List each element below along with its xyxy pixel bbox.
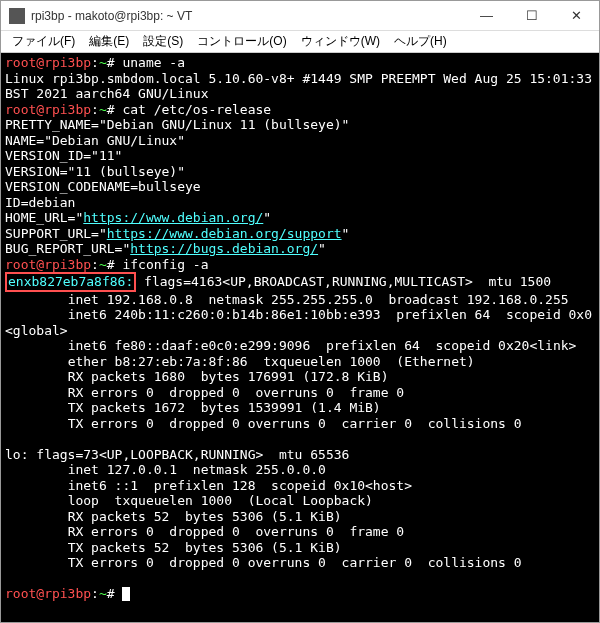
if2-rxp: RX packets 52 bytes 5306 (5.1 KiB) xyxy=(5,509,342,524)
menu-file[interactable]: ファイル(F) xyxy=(5,31,82,52)
bug-url-link[interactable]: https://bugs.debian.org/ xyxy=(130,241,318,256)
titlebar[interactable]: rpi3bp - makoto@rpi3bp: ~ VT — ☐ ✕ xyxy=(1,1,599,31)
if2-rxe: RX errors 0 dropped 0 overruns 0 frame 0 xyxy=(5,524,404,539)
if1-inet6b: inet6 fe80::daaf:e0c0:e299:9096 prefixle… xyxy=(5,338,576,353)
prompt-path: ~ xyxy=(99,55,107,70)
highlighted-interface-name: enxb827eb7a8f86: xyxy=(5,272,136,292)
if1-txe: TX errors 0 dropped 0 overruns 0 carrier… xyxy=(5,416,522,431)
prompt-user: root@rpi3bp xyxy=(5,102,91,117)
os-version: VERSION="11 (bullseye)" xyxy=(5,164,185,179)
if2-header: lo: flags=73<UP,LOOPBACK,RUNNING> mtu 65… xyxy=(5,447,349,462)
if2-inet6: inet6 ::1 prefixlen 128 scopeid 0x10<hos… xyxy=(5,478,412,493)
os-id: ID=debian xyxy=(5,195,75,210)
os-codename: VERSION_CODENAME=bullseye xyxy=(5,179,201,194)
app-window: rpi3bp - makoto@rpi3bp: ~ VT — ☐ ✕ ファイル(… xyxy=(0,0,600,623)
app-icon xyxy=(9,8,25,24)
home-url-link[interactable]: https://www.debian.org/ xyxy=(83,210,263,225)
support-url-link[interactable]: https://www.debian.org/support xyxy=(107,226,342,241)
if1-inet6a: inet6 240b:11:c260:0:b14b:86e1:10bb:e393… xyxy=(5,307,592,338)
if1-flags: flags=4163<UP,BROADCAST,RUNNING,MULTICAS… xyxy=(136,274,551,289)
close-button[interactable]: ✕ xyxy=(554,1,599,30)
cmd-ifconfig: ifconfig -a xyxy=(122,257,208,272)
menu-edit[interactable]: 編集(E) xyxy=(82,31,136,52)
window-title: rpi3bp - makoto@rpi3bp: ~ VT xyxy=(31,9,464,23)
prompt-sep: : xyxy=(91,55,99,70)
if1-ether: ether b8:27:eb:7a:8f:86 txqueuelen 1000 … xyxy=(5,354,475,369)
if1-txp: TX packets 1672 bytes 1539991 (1.4 MiB) xyxy=(5,400,381,415)
if2-txe: TX errors 0 dropped 0 overruns 0 carrier… xyxy=(5,555,522,570)
if1-inet: inet 192.168.0.8 netmask 255.255.255.0 b… xyxy=(5,292,569,307)
bug-url-pre: BUG_REPORT_URL=" xyxy=(5,241,130,256)
os-pretty: PRETTY_NAME="Debian GNU/Linux 11 (bullse… xyxy=(5,117,349,132)
menu-control[interactable]: コントロール(O) xyxy=(190,31,293,52)
prompt-user: root@rpi3bp xyxy=(5,55,91,70)
menu-help[interactable]: ヘルプ(H) xyxy=(387,31,454,52)
home-url-pre: HOME_URL=" xyxy=(5,210,83,225)
menubar: ファイル(F) 編集(E) 設定(S) コントロール(O) ウィンドウ(W) ヘ… xyxy=(1,31,599,53)
if1-rxp: RX packets 1680 bytes 176991 (172.8 KiB) xyxy=(5,369,389,384)
output-uname: Linux rpi3bp.smbdom.local 5.10.60-v8+ #1… xyxy=(5,71,599,102)
cmd-uname: uname -a xyxy=(122,55,185,70)
prompt-user: root@rpi3bp xyxy=(5,586,91,601)
terminal-output[interactable]: root@rpi3bp:~# uname -a Linux rpi3bp.smb… xyxy=(1,53,599,622)
terminal-cursor xyxy=(122,587,130,601)
cmd-cat: cat /etc/os-release xyxy=(122,102,271,117)
minimize-button[interactable]: — xyxy=(464,1,509,30)
menu-setup[interactable]: 設定(S) xyxy=(136,31,190,52)
support-url-pre: SUPPORT_URL=" xyxy=(5,226,107,241)
maximize-button[interactable]: ☐ xyxy=(509,1,554,30)
if2-loop: loop txqueuelen 1000 (Local Loopback) xyxy=(5,493,373,508)
menu-window[interactable]: ウィンドウ(W) xyxy=(294,31,387,52)
if1-rxe: RX errors 0 dropped 0 overruns 0 frame 0 xyxy=(5,385,404,400)
os-name: NAME="Debian GNU/Linux" xyxy=(5,133,185,148)
prompt-user: root@rpi3bp xyxy=(5,257,91,272)
prompt-hash: # xyxy=(107,55,123,70)
if2-inet: inet 127.0.0.1 netmask 255.0.0.0 xyxy=(5,462,326,477)
os-version-id: VERSION_ID="11" xyxy=(5,148,122,163)
if2-txp: TX packets 52 bytes 5306 (5.1 KiB) xyxy=(5,540,342,555)
window-controls: — ☐ ✕ xyxy=(464,1,599,30)
